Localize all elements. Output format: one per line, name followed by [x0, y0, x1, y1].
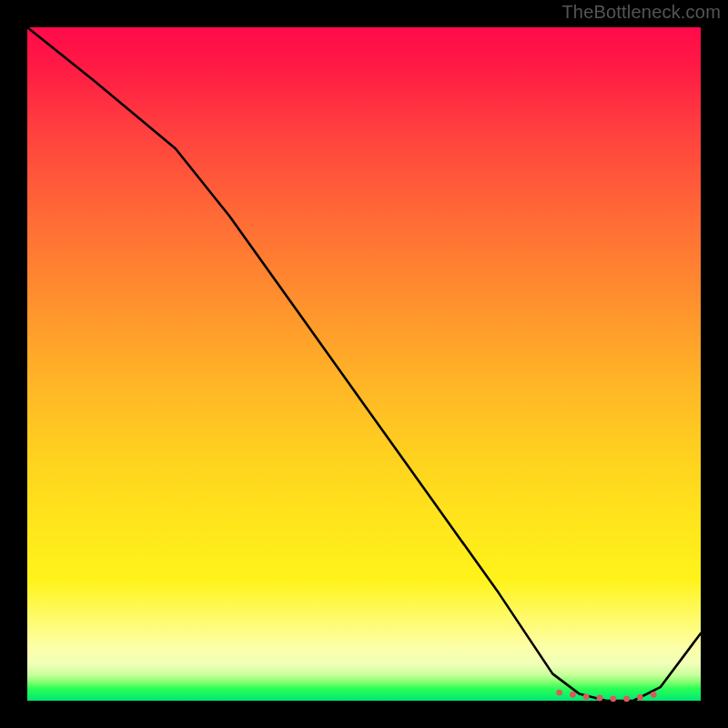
optimal-marker	[570, 692, 576, 698]
chart-overlay-svg	[27, 27, 701, 701]
optimal-marker	[556, 690, 562, 696]
optimal-marker	[651, 692, 657, 698]
chart-container: TheBottleneck.com	[0, 0, 728, 728]
optimal-marker	[597, 695, 603, 702]
optimal-marker	[623, 695, 630, 702]
optimal-marker	[583, 693, 590, 700]
optimal-marker	[610, 695, 616, 702]
bottleneck-curve-line	[27, 27, 701, 701]
watermark-text: TheBottleneck.com	[561, 2, 721, 23]
optimal-marker	[637, 694, 643, 701]
